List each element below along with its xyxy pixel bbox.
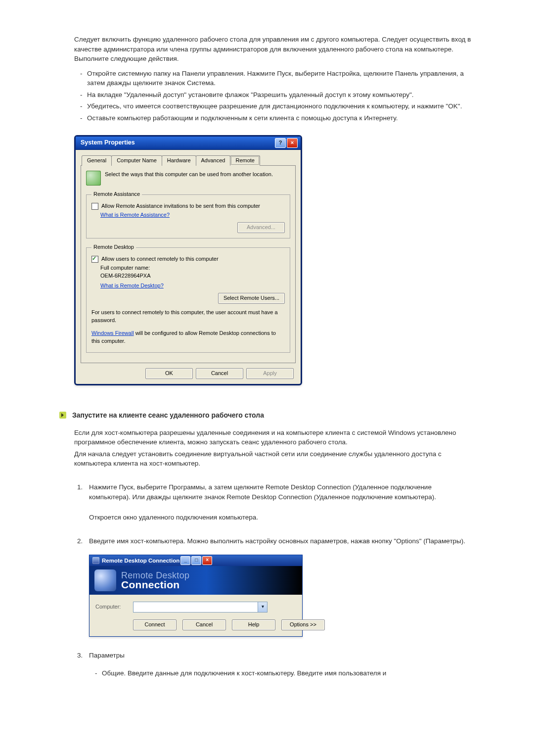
step-3: 3. Параметры Общие. Введите данные для п… bbox=[74, 651, 475, 678]
chevron-down-icon[interactable]: ▾ bbox=[258, 602, 267, 612]
select-remote-users-button[interactable]: Select Remote Users... bbox=[218, 293, 285, 304]
rdc-help-button[interactable]: Help bbox=[232, 619, 275, 630]
help-button[interactable]: ? bbox=[275, 138, 286, 148]
step-text: Введите имя хост-компьютера. Можно выпол… bbox=[89, 536, 475, 546]
intro-bullet: Откройте системную папку на Панели управ… bbox=[80, 69, 475, 88]
rdc-header-line2: Connection bbox=[121, 579, 189, 590]
rdc-cancel-button[interactable]: Cancel bbox=[182, 619, 226, 630]
rdc-dialog: Remote Desktop Connection _ □ × Remote D… bbox=[89, 555, 303, 637]
tab-hardware[interactable]: Hardware bbox=[162, 155, 196, 166]
titlebar[interactable]: System Properties ? × bbox=[76, 137, 301, 150]
step-number: 3. bbox=[77, 651, 83, 661]
rdc-computer-combobox[interactable]: ▾ bbox=[133, 602, 267, 613]
tab-strip: General Computer Name Hardware Advanced … bbox=[81, 152, 296, 166]
tab-computer-name[interactable]: Computer Name bbox=[111, 155, 162, 166]
intro-bullet: Убедитесь, что имеется соответствующее р… bbox=[80, 101, 475, 111]
section-start-session: Запустите на клиенте сеанс удаленного ра… bbox=[74, 410, 475, 420]
rdc-options-button[interactable]: Options >> bbox=[281, 619, 325, 630]
section2-p1: Если для хост-компьютера разрешены удале… bbox=[74, 428, 475, 447]
pane-intro-text: Select the ways that this computer can b… bbox=[105, 171, 273, 179]
intro-bullet: Оставьте компьютер работающим и подключе… bbox=[80, 113, 475, 123]
dialog-title: System Properties bbox=[81, 138, 135, 147]
rd-fullname-label: Full computer name: bbox=[100, 264, 285, 272]
step-number: 2. bbox=[77, 536, 83, 546]
rd-fullname-value: OEM-6R228964PXA bbox=[100, 272, 285, 280]
ra-help-link[interactable]: What is Remote Assistance? bbox=[100, 211, 170, 219]
section-title: Запустите на клиенте сеанс удаленного ра… bbox=[72, 410, 264, 420]
ra-checkbox-label: Allow Remote Assistance invitations to b… bbox=[101, 202, 260, 210]
tab-remote[interactable]: Remote bbox=[230, 155, 260, 166]
section2-p2: Для начала следует установить соединение… bbox=[74, 449, 475, 469]
steps-list: 1. Нажмите Пуск, выберите Программы, а з… bbox=[74, 482, 475, 678]
ra-checkbox[interactable] bbox=[91, 203, 98, 210]
cancel-button[interactable]: Cancel bbox=[196, 368, 243, 379]
ra-advanced-button[interactable]: Advanced... bbox=[237, 222, 285, 233]
system-properties-dialog: System Properties ? × General Computer N… bbox=[74, 135, 302, 385]
remote-assistance-group: Remote Assistance Allow Remote Assistanc… bbox=[86, 190, 290, 238]
rdc-app-icon bbox=[92, 557, 99, 564]
intro-bullet-list: Откройте системную папку на Панели управ… bbox=[74, 69, 475, 123]
remote-icon bbox=[86, 171, 101, 186]
step-2: 2. Введите имя хост-компьютера. Можно вы… bbox=[74, 536, 475, 637]
arrow-icon bbox=[59, 412, 66, 419]
tab-pane-remote: Select the ways that this computer can b… bbox=[81, 166, 296, 363]
step-text: Нажмите Пуск, выберите Программы, а зате… bbox=[89, 482, 475, 502]
rd-password-note: For users to connect remotely to this co… bbox=[91, 309, 285, 325]
rdc-computer-label: Computer: bbox=[95, 603, 128, 611]
rdc-logo-icon bbox=[94, 569, 116, 591]
ok-button[interactable]: OK bbox=[145, 368, 193, 379]
rd-checkbox[interactable] bbox=[91, 256, 98, 263]
rdc-title: Remote Desktop Connection bbox=[102, 557, 179, 565]
apply-button[interactable]: Apply bbox=[246, 368, 294, 379]
rdc-titlebar[interactable]: Remote Desktop Connection _ □ × bbox=[89, 555, 302, 566]
rd-checkbox-label: Allow users to connect remotely to this … bbox=[101, 255, 219, 263]
intro-paragraph: Следует включить функцию удаленного рабо… bbox=[74, 35, 475, 64]
tab-advanced[interactable]: Advanced bbox=[196, 155, 231, 166]
windows-firewall-link[interactable]: Windows Firewall bbox=[91, 330, 134, 336]
rdc-header-banner: Remote Desktop Connection bbox=[89, 566, 302, 595]
step3-sub: Общие. Введите данные для подключения к … bbox=[95, 668, 475, 678]
minimize-button[interactable]: _ bbox=[180, 556, 190, 565]
ra-legend: Remote Assistance bbox=[91, 190, 142, 198]
tab-general[interactable]: General bbox=[82, 155, 112, 166]
close-button[interactable]: × bbox=[202, 556, 212, 565]
step-number: 1. bbox=[77, 482, 83, 492]
intro-bullet: На вкладке "Удаленный доступ" установите… bbox=[80, 90, 475, 100]
step-after-text: Откроется окно удаленного подключения ко… bbox=[89, 513, 475, 522]
rdc-computer-value bbox=[134, 602, 258, 612]
step-1: 1. Нажмите Пуск, выберите Программы, а з… bbox=[74, 482, 475, 522]
maximize-button[interactable]: □ bbox=[191, 556, 201, 565]
rd-help-link[interactable]: What is Remote Desktop? bbox=[100, 283, 164, 288]
rd-legend: Remote Desktop bbox=[91, 243, 136, 251]
step-text: Параметры bbox=[89, 651, 475, 661]
remote-desktop-group: Remote Desktop Allow users to connect re… bbox=[86, 243, 290, 352]
close-button[interactable]: × bbox=[287, 138, 298, 148]
rdc-connect-button[interactable]: Connect bbox=[133, 619, 177, 630]
